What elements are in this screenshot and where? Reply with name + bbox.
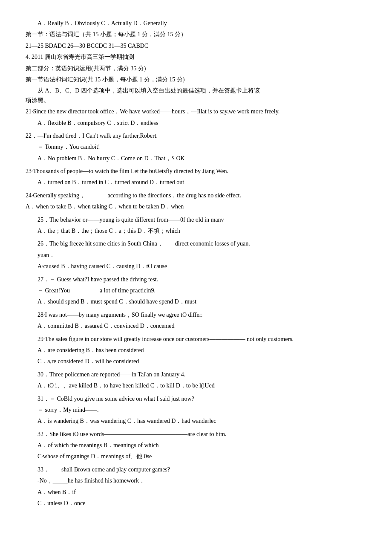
- question-32: 32．She likes tO use words——————————————a…: [26, 430, 366, 462]
- q21-options: A．flexible B．compulsory C．strict D．endle…: [37, 119, 366, 128]
- question-22: 22．—I'm dead tired．I Can't walk any fart…: [26, 131, 366, 163]
- section1-title: 第一节：语法与词汇（共 15 小题；每小题 1 分，满分 15 分）: [26, 30, 366, 39]
- q29-stem: 29·The sales figure in our store will gr…: [37, 335, 366, 344]
- q32-optionC: C·whose of mganings D．meanings of、他 0se: [37, 452, 366, 461]
- question-29: 29·The sales figure in our store will gr…: [26, 335, 366, 367]
- q25-stem: 25．The behavior or——young is quite diffe…: [37, 215, 366, 225]
- q22-line2: － Tommy．You candoit!: [37, 142, 366, 152]
- question-30: 30．Three policemen are reported——in Tai'…: [26, 370, 366, 391]
- q31-options: A．is wandering B．was wandering C．has wan…: [37, 416, 366, 426]
- q27-stem: 27．－ Guess what?I have passed the drivin…: [37, 275, 366, 284]
- q32-optionA: A．of which the meanings B．meanings of wh…: [37, 441, 366, 450]
- q33-line2: -No，_____he has finished his homework．: [37, 476, 366, 486]
- q22-options: A．No problem B．No hurry C．Come on D．That…: [37, 154, 366, 163]
- q30-stem: 30．Three policemen are reported——in Tai'…: [37, 370, 366, 379]
- q24-options: A．when to take B．when taking C．when to b…: [26, 202, 366, 211]
- option-a-really: A．Really B．Obviously C．Actually D．Genera…: [37, 19, 167, 28]
- q29-optionC: C．a,re considered D．will be considered: [37, 357, 366, 366]
- exam-title: 4. 2011 届山东省寿光市高三第一学期抽测: [26, 52, 366, 62]
- question-27: 27．－ Guess what?I have passed the drivin…: [26, 275, 366, 307]
- question-33: 33．——shall Brown come and play computer …: [26, 465, 366, 509]
- q30-options: A．tO i、、ave killed B．to have been killed…: [37, 381, 366, 390]
- question-31: 31．－ CoBld you give me some advice on wh…: [26, 394, 366, 426]
- question-26: 26．The big freeze hit some cities in Sou…: [26, 239, 366, 271]
- q33-optionA: A．when B．if: [37, 488, 366, 497]
- answers-line: 21—25 BDADC 26—30 BCCDC 31—35 CABDC: [26, 41, 366, 51]
- q23-stem: 23·Thousands of people—to watch the film…: [26, 167, 366, 176]
- instruction: 从 A、B、C、D 四个选项中，选出可以填入空白出处的最佳选项，并在答题卡上将该…: [26, 86, 366, 105]
- main-content: A．Really B．Obviously C．Actually D．Genera…: [26, 19, 366, 508]
- q33-stem: 33．——shall Brown come and play computer …: [37, 465, 366, 474]
- q31-stem: 31．－ CoBld you give me some advice on wh…: [37, 394, 366, 404]
- q23-options: A．turned on B．turned in C．turned around …: [37, 178, 366, 187]
- section1-grammar: 第一节语法和词汇知识(共 15 小题，每小题 1 分，满分 15 分): [26, 75, 366, 84]
- question-23: 23·Thousands of people—to watch the film…: [26, 167, 366, 188]
- q26-stem: 26．The big freeze hit some cities in Sou…: [37, 239, 366, 249]
- q27-options: A．should spend B．must spend C．should hav…: [37, 297, 366, 306]
- q24-stem: 24·Generally speaking，_______ according …: [26, 191, 366, 200]
- q32-stem: 32．She likes tO use words——————————————a…: [37, 430, 366, 439]
- q27-line2: － Great!You—————a lot of time practicin9…: [37, 286, 366, 295]
- question-24: 24·Generally speaking，_______ according …: [26, 191, 366, 212]
- question-28: 28·I was not——by many arguments，SO final…: [26, 310, 366, 331]
- question-25: 25．The behavior or——young is quite diffe…: [26, 215, 366, 236]
- q28-options: A．committed B．assured C．convinced D．conc…: [37, 321, 366, 331]
- question-21: 21·Since the new director took office，We…: [26, 107, 366, 128]
- q26-options: A·caused B．having caused C．causing D．tO …: [37, 262, 366, 271]
- part2-title: 第二部分：英语知识运用(共两节，满分 35 分): [26, 64, 366, 73]
- q25-options: A．the；that B．the；those C．a；this D．不填；whi…: [37, 226, 366, 236]
- q26-line2: yuan．: [37, 251, 366, 260]
- q22-stem: 22．—I'm dead tired．I Can't walk any fart…: [26, 131, 366, 141]
- q29-optionA: A．are considering B．has been considered: [37, 346, 366, 355]
- q21-stem: 21·Since the new director took office，We…: [26, 107, 366, 116]
- q-options-line1: A．Really B．Obviously C．Actually D．Genera…: [37, 19, 366, 28]
- q28-stem: 28·I was not——by many arguments，SO final…: [37, 310, 366, 320]
- q33-optionC: C．unless D．once: [37, 499, 366, 508]
- q31-line2: － sorry．My mind——.: [37, 405, 366, 415]
